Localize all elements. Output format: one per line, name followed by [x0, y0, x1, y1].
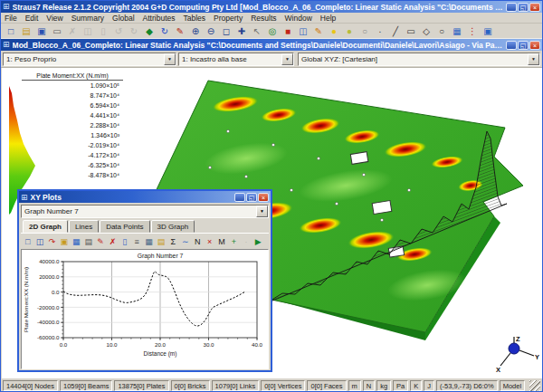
cut-icon[interactable]: ✗	[65, 24, 80, 38]
draw-point-icon[interactable]: ∙	[373, 24, 387, 38]
paint-brush-icon[interactable]: ✎	[311, 24, 326, 38]
zoom-box-icon[interactable]: ◻	[219, 24, 233, 38]
draw-line-icon[interactable]: ╱	[388, 24, 403, 38]
menu-view[interactable]: View	[46, 14, 62, 23]
open-file-icon[interactable]: ▤	[19, 24, 33, 38]
chevron-down-icon[interactable]: ▼	[164, 53, 176, 65]
dynamic-rotate-icon[interactable]: ↻	[157, 24, 172, 38]
save-file-icon[interactable]: ▣	[34, 24, 49, 38]
copy-graph-icon[interactable]: ◫	[33, 235, 45, 248]
window-controls: _◱×	[506, 3, 540, 12]
edit-graph-icon[interactable]: ✎	[94, 235, 106, 248]
svg-text:-40000.0: -40000.0	[37, 319, 60, 325]
tab-2d-graph[interactable]: 2D Graph	[23, 220, 68, 233]
copy-clipboard-icon[interactable]: ▯	[119, 235, 130, 248]
coord-system-combo[interactable]: Global XYZ: [Cartesian] ▼	[298, 53, 540, 66]
xy-plots-title: XY Plots	[31, 193, 232, 202]
draw-tool-icon[interactable]: ✎	[173, 24, 187, 38]
chevron-down-icon[interactable]: ▼	[281, 53, 293, 65]
close-button[interactable]: ×	[529, 3, 540, 12]
max-marker-icon[interactable]: M	[215, 235, 227, 248]
chevron-down-icon[interactable]: ▼	[528, 53, 539, 65]
export-graph-icon[interactable]: ▤	[155, 235, 167, 248]
copy-icon[interactable]: ◫	[81, 24, 95, 38]
light-on-icon[interactable]: ●	[327, 24, 341, 38]
menu-file[interactable]: File	[5, 14, 17, 23]
clear-marker-icon[interactable]: ×	[204, 235, 215, 248]
status-field-4: 1079[0] Links	[212, 380, 260, 391]
model-window-titlebar: ⊞ Mod_Blocco_A_06_Completo: Linear Stati…	[1, 39, 542, 51]
paste-graph-icon[interactable]: ↷	[46, 235, 58, 248]
crosshair-icon[interactable]: +	[228, 235, 240, 248]
graph-grid-icon[interactable]: ▦	[71, 235, 82, 248]
draw-circle-icon[interactable]: ○	[434, 24, 449, 38]
undo-icon[interactable]: ↺	[111, 24, 126, 38]
select-entity-icon[interactable]: ■	[281, 24, 295, 38]
resize-grip[interactable]	[529, 380, 540, 391]
minimize-button[interactable]: _	[506, 41, 517, 50]
extra-tool-icon[interactable]: ∙	[240, 235, 252, 248]
menu-window[interactable]: Window	[285, 14, 312, 23]
tab-lines[interactable]: Lines	[69, 220, 99, 233]
close-button[interactable]: ×	[529, 41, 540, 50]
graph-number-combo[interactable]: Graph Number 7 ▼	[21, 205, 269, 218]
save-graph-icon[interactable]: ▣	[58, 235, 70, 248]
menu-summary[interactable]: Summary	[71, 14, 104, 23]
minimize-button[interactable]: _	[234, 193, 245, 202]
light-off-icon[interactable]: ○	[357, 24, 372, 38]
status-bar: 14404[0] Nodes1059[0] Beams13875[0] Plat…	[1, 378, 542, 392]
light-half-icon[interactable]: ●	[342, 24, 357, 38]
load-case-value: 1: Peso Proprio	[4, 55, 164, 63]
freedom-case-combo[interactable]: 1: Incastro alla base ▼	[178, 53, 294, 66]
animate-icon[interactable]: ▶	[252, 235, 263, 248]
new-graph-icon[interactable]: □	[22, 235, 33, 248]
tab-data-points[interactable]: Data Points	[100, 220, 149, 233]
zoom-in-icon[interactable]: ⊕	[188, 24, 203, 38]
pan-icon[interactable]: ✚	[234, 24, 249, 38]
restore-button[interactable]: ◱	[246, 193, 257, 202]
chevron-down-icon[interactable]: ▼	[256, 206, 268, 217]
menu-results[interactable]: Results	[251, 14, 276, 23]
menu-help[interactable]: Help	[320, 14, 336, 23]
redraw-icon[interactable]: ◎	[265, 24, 280, 38]
previous-view-icon[interactable]: ↖	[250, 24, 264, 38]
new-file-icon[interactable]: □	[4, 24, 18, 38]
graph-report-icon[interactable]: ▤	[82, 235, 94, 248]
restore-button[interactable]: ◱	[518, 3, 529, 12]
minimize-button[interactable]: _	[506, 3, 517, 12]
menu-edit[interactable]: Edit	[25, 14, 39, 23]
tab-3d-graph[interactable]: 3D Graph	[151, 220, 195, 233]
legend-value: 6.594×10⁴	[29, 100, 119, 110]
xy-plots-titlebar[interactable]: ⊞ XY Plots _◱×	[19, 191, 271, 203]
zoom-out-icon[interactable]: ⊖	[204, 24, 218, 38]
close-button[interactable]: ×	[258, 193, 269, 202]
menu-tables[interactable]: Tables	[184, 14, 206, 23]
load-case-combo[interactable]: 1: Peso Proprio ▼	[3, 53, 176, 66]
svg-text:Distance (m): Distance (m)	[144, 350, 177, 358]
min-marker-icon[interactable]: N	[191, 235, 203, 248]
select-grid-icon[interactable]: ▦	[450, 24, 464, 38]
data-list-icon[interactable]: ≡	[131, 235, 143, 248]
legend-title: Plate Moment:XX (N.m/m)	[22, 72, 123, 81]
restore-button[interactable]: ◱	[518, 41, 529, 50]
data-table-icon[interactable]: ▦	[143, 235, 155, 248]
print-icon[interactable]: ▭	[50, 24, 64, 38]
layers-icon[interactable]: ◫	[296, 24, 310, 38]
main-toolbar: □▤▣▭✗◫▯↺↻◆↻✎⊕⊖◻✚↖◎■◫✎●●○∙╱▭◇○▦⋮▣	[1, 24, 542, 39]
menu-attributes[interactable]: Attributes	[143, 14, 176, 23]
menu-global[interactable]: Global	[112, 14, 135, 23]
entity-display-icon[interactable]: ◆	[142, 24, 157, 38]
xy-plots-dialog: ⊞ XY Plots _◱× Graph Number 7 ▼ 2D Graph…	[17, 189, 272, 372]
svg-text:Graph Number 7: Graph Number 7	[138, 253, 184, 260]
display-options-icon[interactable]: ▣	[481, 24, 495, 38]
draw-poly-icon[interactable]: ◇	[419, 24, 433, 38]
draw-rect-icon[interactable]: ▭	[404, 24, 418, 38]
redo-icon[interactable]: ↻	[127, 24, 141, 38]
delete-graph-icon[interactable]: ✗	[107, 235, 119, 248]
sum-values-icon[interactable]: Σ	[167, 235, 179, 248]
status-field-11: K	[410, 380, 422, 391]
traffic-light-icon[interactable]: ⋮	[465, 24, 480, 38]
paste-icon[interactable]: ▯	[96, 24, 110, 38]
smooth-curve-icon[interactable]: ∼	[179, 235, 191, 248]
menu-property[interactable]: Property	[214, 14, 243, 23]
